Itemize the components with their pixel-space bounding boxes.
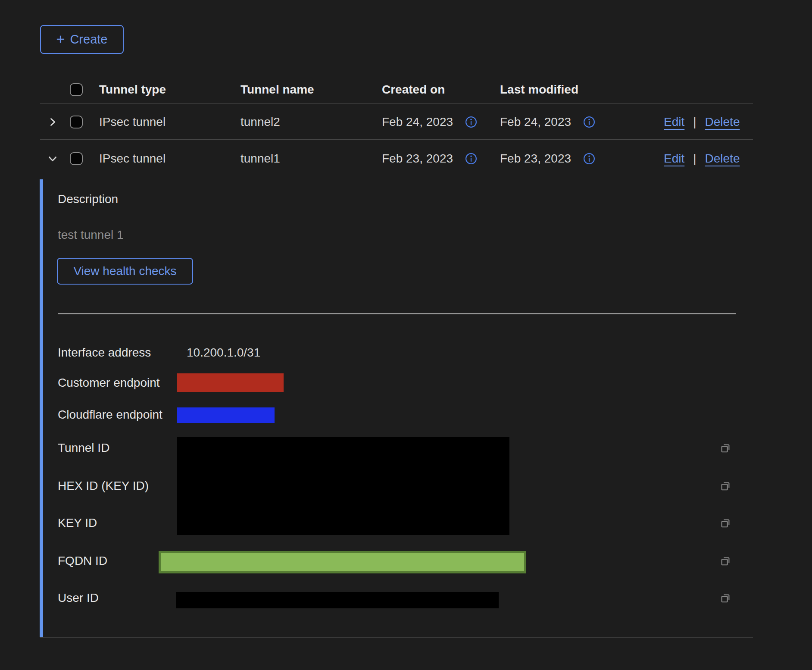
column-header-tunnel-type: Tunnel type xyxy=(99,82,166,97)
delete-link[interactable]: Delete xyxy=(705,114,740,130)
action-separator: | xyxy=(693,151,696,166)
field-label-fqdn-id: FQDN ID xyxy=(58,553,107,569)
user-id-redaction xyxy=(176,592,499,608)
edit-link[interactable]: Edit xyxy=(664,151,684,166)
cell-tunnel-type: IPsec tunnel xyxy=(99,151,166,166)
plus-icon: + xyxy=(56,31,65,46)
copy-user-id-button[interactable] xyxy=(719,592,732,604)
field-label-customer-endpoint: Customer endpoint xyxy=(58,375,160,391)
row-actions: Edit | Delete xyxy=(664,151,740,166)
field-label-hex-id: HEX ID (KEY ID) xyxy=(58,478,149,494)
row-checkbox[interactable] xyxy=(70,152,83,165)
row-actions: Edit | Delete xyxy=(664,114,740,130)
action-separator: | xyxy=(693,114,696,130)
row-checkbox[interactable] xyxy=(70,116,83,128)
cell-last-modified: Feb 24, 2023 xyxy=(500,114,571,130)
cell-last-modified: Feb 23, 2023 xyxy=(500,151,571,166)
cloudflare-endpoint-redaction xyxy=(177,407,275,423)
copy-fqdn-id-button[interactable] xyxy=(719,554,732,567)
header-divider xyxy=(40,103,753,104)
row-divider xyxy=(40,139,753,140)
select-all-checkbox[interactable] xyxy=(70,83,83,96)
field-label-interface-address: Interface address xyxy=(58,345,151,360)
cell-tunnel-type: IPsec tunnel xyxy=(99,114,166,130)
field-label-key-id: KEY ID xyxy=(58,515,97,531)
description-value: test tunnel 1 xyxy=(58,227,124,243)
last-modified-info-icon[interactable] xyxy=(583,116,596,128)
row-expand-chevron[interactable] xyxy=(47,116,59,128)
column-header-created-on: Created on xyxy=(382,82,445,97)
field-label-cloudflare-endpoint: Cloudflare endpoint xyxy=(58,407,162,423)
last-modified-info-icon[interactable] xyxy=(583,152,596,165)
created-on-info-icon[interactable] xyxy=(465,116,478,128)
create-button-label: Create xyxy=(70,32,107,47)
copy-hex-id-button[interactable] xyxy=(719,479,732,492)
field-label-tunnel-id: Tunnel ID xyxy=(58,440,109,456)
details-divider xyxy=(58,313,736,314)
row-collapse-chevron[interactable] xyxy=(47,153,59,165)
cell-created-on: Feb 23, 2023 xyxy=(382,151,453,166)
copy-tunnel-id-button[interactable] xyxy=(719,441,732,454)
customer-endpoint-redaction xyxy=(177,373,284,392)
copy-icon xyxy=(719,479,732,492)
chevron-down-icon xyxy=(47,153,59,165)
copy-icon xyxy=(719,517,732,529)
expanded-row-accent-bar xyxy=(40,179,43,637)
delete-link[interactable]: Delete xyxy=(705,151,740,166)
view-health-checks-button[interactable]: View health checks xyxy=(57,258,193,285)
cell-created-on: Feb 24, 2023 xyxy=(382,114,453,130)
fqdn-id-redaction xyxy=(159,551,526,573)
view-health-checks-label: View health checks xyxy=(73,264,176,278)
cell-tunnel-name: tunnel1 xyxy=(240,151,280,166)
cell-tunnel-name: tunnel2 xyxy=(240,114,280,130)
field-label-user-id: User ID xyxy=(58,590,99,606)
chevron-right-icon xyxy=(47,116,59,128)
column-header-last-modified: Last modified xyxy=(500,82,578,97)
field-value-interface-address: 10.200.1.0/31 xyxy=(187,345,260,360)
tunnel-id-redaction xyxy=(177,437,509,535)
created-on-info-icon[interactable] xyxy=(465,152,478,165)
column-header-tunnel-name: Tunnel name xyxy=(240,82,314,97)
description-label: Description xyxy=(58,191,118,207)
create-button[interactable]: + Create xyxy=(40,25,124,54)
copy-icon xyxy=(719,441,732,454)
copy-key-id-button[interactable] xyxy=(719,517,732,529)
edit-link[interactable]: Edit xyxy=(664,114,684,130)
copy-icon xyxy=(719,554,732,567)
copy-icon xyxy=(719,592,732,604)
expanded-row-bottom-divider xyxy=(40,637,753,638)
